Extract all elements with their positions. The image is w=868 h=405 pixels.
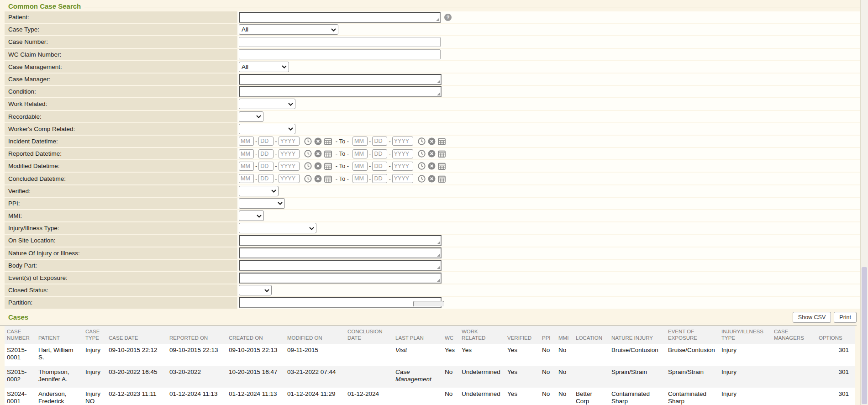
modified-to-dd-input[interactable]	[372, 162, 387, 171]
work-related-select[interactable]	[239, 99, 295, 109]
case-type-select[interactable]: All	[239, 24, 338, 35]
calendar-icon[interactable]	[438, 150, 446, 158]
clear-icon[interactable]	[314, 137, 322, 145]
modified-from-dd-input[interactable]	[258, 162, 274, 171]
work-related-label: Work Related:	[5, 98, 237, 110]
clock-icon[interactable]	[304, 150, 312, 158]
cell-patient: Hart, William S.	[38, 344, 85, 366]
clock-icon[interactable]	[418, 137, 426, 145]
recordable-select[interactable]	[239, 111, 263, 122]
case-number-input[interactable]	[239, 37, 441, 47]
case-manager-input[interactable]	[239, 74, 442, 85]
reported-from-dd-input[interactable]	[258, 149, 274, 158]
reported-from-mm-input[interactable]	[239, 149, 254, 158]
case-row: S2015-0001 Hart, William S. Injury 09-10…	[5, 344, 855, 366]
body-part-label: Body Part:	[5, 260, 237, 271]
form-row-injury-illness-type: Injury/Illness Type:	[5, 222, 860, 234]
reported-to-mm-input[interactable]	[352, 149, 368, 158]
form-row-ppi: PPI:	[5, 198, 860, 209]
search-button-partial[interactable]	[413, 301, 444, 306]
col-case-managers: CASE MANAGERS	[774, 326, 819, 344]
closed-status-select[interactable]	[239, 285, 272, 295]
cell-patient: Thompson, Jennifer A.	[38, 366, 85, 388]
clock-icon[interactable]	[304, 162, 312, 170]
cell-reported-on: 01-12-2024 11:13	[169, 388, 229, 405]
clock-icon[interactable]	[418, 150, 426, 158]
incident-to-mm-input[interactable]	[352, 137, 368, 146]
clear-icon[interactable]	[428, 175, 436, 183]
print-button[interactable]: Print	[834, 312, 857, 323]
mmi-select[interactable]	[239, 210, 264, 221]
concluded-from-dd-input[interactable]	[258, 174, 274, 183]
condition-input[interactable]	[239, 86, 442, 97]
modified-datetime-label: Modified Datetime:	[5, 160, 237, 172]
injury-illness-type-select[interactable]	[239, 223, 316, 233]
clear-icon[interactable]	[314, 175, 322, 183]
concluded-from-mm-input[interactable]	[239, 174, 254, 183]
clear-icon[interactable]	[428, 150, 436, 158]
clock-icon[interactable]	[304, 175, 312, 183]
help-icon[interactable]: ?	[444, 14, 452, 21]
reported-to-dd-input[interactable]	[372, 149, 387, 158]
form-row-incident-datetime: Incident Datetime: -- - To - --	[5, 136, 860, 147]
calendar-icon[interactable]	[324, 150, 332, 158]
resize-grip-icon	[437, 80, 440, 83]
form-row-case-number: Case Number:	[5, 36, 860, 47]
partition-input[interactable]	[239, 297, 442, 308]
body-part-input[interactable]	[239, 260, 442, 271]
clear-icon[interactable]	[314, 150, 322, 158]
incident-to-yyyy-input[interactable]	[392, 137, 413, 146]
incident-to-dd-input[interactable]	[372, 137, 387, 146]
events-of-exposure-input[interactable]	[239, 273, 442, 284]
clear-icon[interactable]	[314, 162, 322, 170]
cell-verified: Yes	[507, 344, 542, 366]
modified-from-mm-input[interactable]	[239, 162, 254, 171]
show-csv-button[interactable]: Show CSV	[793, 312, 831, 323]
nature-of-injury-input[interactable]	[239, 247, 442, 258]
verified-select[interactable]	[239, 186, 279, 196]
modified-from-yyyy-input[interactable]	[279, 162, 300, 171]
calendar-icon[interactable]	[438, 137, 446, 145]
workers-comp-related-select[interactable]	[239, 124, 295, 134]
cell-verified: Yes	[507, 366, 542, 388]
col-mmi: MMI	[558, 326, 576, 344]
reported-to-yyyy-input[interactable]	[392, 149, 413, 158]
recordable-label: Recordable:	[5, 111, 237, 122]
vertical-scrollbar[interactable]	[860, 0, 868, 405]
cases-header-bar: Cases Show CSV Print	[0, 312, 860, 323]
clear-icon[interactable]	[428, 162, 436, 170]
clock-icon[interactable]	[304, 137, 312, 145]
case-management-select[interactable]: All	[239, 62, 289, 72]
ppi-select[interactable]	[239, 198, 285, 209]
concluded-to-mm-input[interactable]	[352, 174, 368, 183]
incident-from-mm-input[interactable]	[239, 137, 254, 146]
on-site-location-input[interactable]	[239, 235, 442, 246]
incident-from-yyyy-input[interactable]	[279, 137, 300, 146]
modified-to-yyyy-input[interactable]	[392, 162, 413, 171]
case-row: S2024-0001 Anderson, Frederick Injury NO…	[5, 388, 855, 405]
scrollbar-thumb[interactable]	[862, 267, 867, 404]
col-patient: PATIENT	[38, 326, 85, 344]
calendar-icon[interactable]	[438, 175, 446, 183]
cell-ppi: No	[542, 366, 558, 388]
patient-input[interactable]	[239, 12, 441, 23]
wc-claim-number-input[interactable]	[239, 49, 441, 59]
cell-reported-on: 09-10-2015 22:13	[169, 344, 229, 366]
concluded-to-yyyy-input[interactable]	[392, 174, 413, 183]
col-reported-on: REPORTED ON	[169, 326, 229, 344]
reported-from-yyyy-input[interactable]	[279, 149, 300, 158]
concluded-to-dd-input[interactable]	[372, 174, 387, 183]
calendar-icon[interactable]	[324, 137, 332, 145]
modified-to-mm-input[interactable]	[352, 162, 368, 171]
clock-icon[interactable]	[418, 175, 426, 183]
calendar-icon[interactable]	[324, 175, 332, 183]
resize-grip-icon	[437, 279, 440, 282]
condition-label: Condition:	[5, 86, 237, 97]
concluded-from-yyyy-input[interactable]	[279, 174, 300, 183]
calendar-icon[interactable]	[324, 162, 332, 170]
cell-nature-injury: Contaminated Sharp	[611, 388, 668, 405]
clear-icon[interactable]	[428, 137, 436, 145]
calendar-icon[interactable]	[438, 162, 446, 170]
clock-icon[interactable]	[418, 162, 426, 170]
incident-from-dd-input[interactable]	[258, 137, 274, 146]
